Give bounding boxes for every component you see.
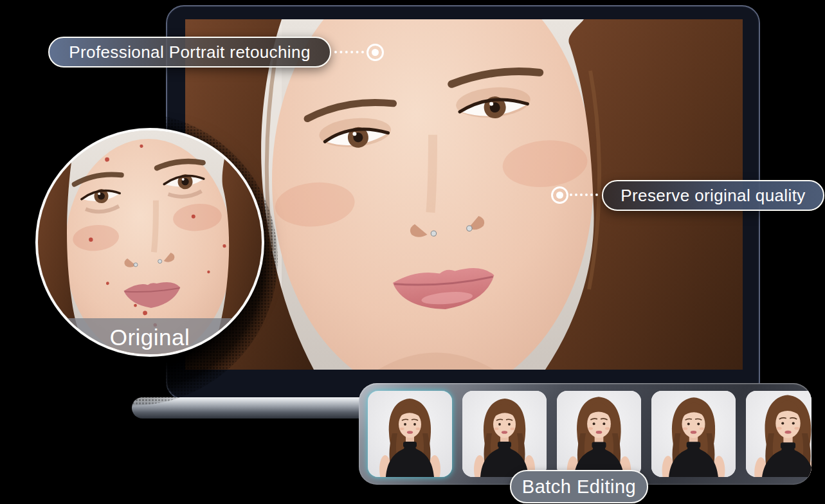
dotted-connector-icon [334, 51, 364, 53]
batch-thumbnail[interactable] [651, 391, 736, 477]
target-marker-icon [367, 44, 384, 61]
callout-retouching-pill: Professional Portrait retouching [48, 37, 331, 68]
target-marker-dot [556, 192, 563, 199]
batch-editing-label: Batch Editing [522, 476, 636, 498]
batch-thumbnail[interactable] [557, 391, 641, 477]
target-marker-icon [551, 186, 568, 204]
batch-thumbnail[interactable] [462, 391, 547, 477]
batch-editing-badge: Batch Editing [510, 470, 648, 503]
dotted-connector-icon [570, 194, 598, 196]
promo-stage: Original Professional Portrait retouchin… [0, 0, 825, 504]
original-preview-circle: Original [35, 128, 264, 357]
batch-thumbnail[interactable] [368, 391, 452, 477]
callout-retouching-label: Professional Portrait retouching [69, 42, 311, 62]
original-caption-label: Original [110, 325, 190, 350]
callout-quality-pill: Preserve original quality [602, 180, 824, 211]
batch-thumbnail[interactable] [746, 391, 811, 477]
target-marker-dot [372, 49, 379, 56]
callout-quality-label: Preserve original quality [621, 186, 805, 206]
